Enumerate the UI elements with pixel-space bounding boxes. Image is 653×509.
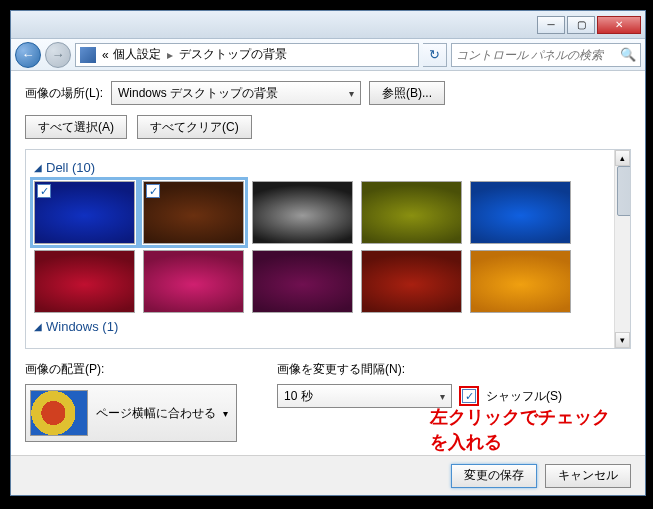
interval-select[interactable]: 10 秒	[277, 384, 452, 408]
content-area: 画像の場所(L): Windows デスクトップの背景 参照(B)... すべて…	[11, 71, 645, 452]
group-count: (10)	[68, 160, 95, 175]
group-header-windows[interactable]: ◢ Windows (1)	[34, 319, 622, 334]
navbar: ← → « 個人設定 ▸ デスクトップの背景 ↻ 🔍	[11, 39, 645, 71]
scroll-down-button[interactable]: ▾	[615, 332, 630, 348]
picture-position-select[interactable]: ページ横幅に合わせる	[25, 384, 237, 442]
search-input[interactable]	[456, 48, 620, 62]
shuffle-label: シャッフル(S)	[486, 388, 562, 405]
refresh-button[interactable]: ↻	[423, 43, 447, 67]
back-button[interactable]: ←	[15, 42, 41, 68]
breadcrumb-prefix: «	[102, 48, 109, 62]
scrollbar[interactable]: ▴ ▾	[614, 150, 630, 348]
group-header-dell[interactable]: ◢ Dell (10)	[34, 160, 622, 175]
wallpaper-thumbnail[interactable]	[361, 181, 462, 244]
save-button[interactable]: 変更の保存	[451, 464, 537, 488]
wallpaper-thumbnail[interactable]	[34, 250, 135, 313]
annotation-text: 左クリックでチェック を入れる	[430, 405, 610, 455]
location-label: 画像の場所(L):	[25, 85, 103, 102]
clear-all-button[interactable]: すべてクリア(C)	[137, 115, 252, 139]
breadcrumb-separator: ▸	[167, 48, 173, 62]
dialog-footer: 変更の保存 キャンセル	[11, 455, 645, 495]
wallpaper-gallery: ◢ Dell (10) ✓✓ ◢ Windows (1) ▴ ▾	[25, 149, 631, 349]
titlebar[interactable]: ─ ▢ ✕	[11, 11, 645, 39]
collapse-icon: ◢	[34, 162, 42, 173]
wallpaper-thumbnail[interactable]: ✓	[143, 181, 244, 244]
wallpaper-thumbnail[interactable]	[252, 250, 353, 313]
interval-value: 10 秒	[284, 388, 313, 405]
wallpaper-thumbnail[interactable]	[470, 250, 571, 313]
wallpaper-thumbnail[interactable]: ✓	[34, 181, 135, 244]
thumbnail-row: ✓✓	[34, 181, 622, 244]
scroll-up-button[interactable]: ▴	[615, 150, 630, 166]
wallpaper-thumbnail[interactable]	[361, 250, 462, 313]
address-bar[interactable]: « 個人設定 ▸ デスクトップの背景	[75, 43, 419, 67]
group-count: (1)	[99, 319, 119, 334]
cancel-button[interactable]: キャンセル	[545, 464, 631, 488]
scrollbar-thumb[interactable]	[617, 166, 631, 216]
maximize-button[interactable]: ▢	[567, 16, 595, 34]
position-label: 画像の配置(P):	[25, 361, 237, 378]
control-panel-icon	[80, 47, 96, 63]
thumbnail-checkbox[interactable]: ✓	[146, 184, 160, 198]
position-value: ページ横幅に合わせる	[96, 405, 216, 422]
minimize-button[interactable]: ─	[537, 16, 565, 34]
group-name: Dell	[46, 160, 68, 175]
search-box[interactable]: 🔍	[451, 43, 641, 67]
select-all-button[interactable]: すべて選択(A)	[25, 115, 127, 139]
wallpaper-thumbnail[interactable]	[143, 250, 244, 313]
collapse-icon: ◢	[34, 321, 42, 332]
close-button[interactable]: ✕	[597, 16, 641, 34]
forward-button: →	[45, 42, 71, 68]
shuffle-checkbox[interactable]: ✓	[462, 389, 476, 403]
breadcrumb-item[interactable]: デスクトップの背景	[179, 46, 287, 63]
wallpaper-thumbnail[interactable]	[252, 181, 353, 244]
wallpaper-thumbnail[interactable]	[470, 181, 571, 244]
location-value: Windows デスクトップの背景	[118, 85, 278, 102]
location-select[interactable]: Windows デスクトップの背景	[111, 81, 361, 105]
thumbnail-checkbox[interactable]: ✓	[37, 184, 51, 198]
interval-label: 画像を変更する間隔(N):	[277, 361, 562, 378]
position-preview-icon	[30, 390, 88, 436]
search-icon: 🔍	[620, 47, 636, 62]
group-name: Windows	[46, 319, 99, 334]
browse-button[interactable]: 参照(B)...	[369, 81, 445, 105]
breadcrumb-item[interactable]: 個人設定	[113, 46, 161, 63]
thumbnail-row	[34, 250, 622, 313]
